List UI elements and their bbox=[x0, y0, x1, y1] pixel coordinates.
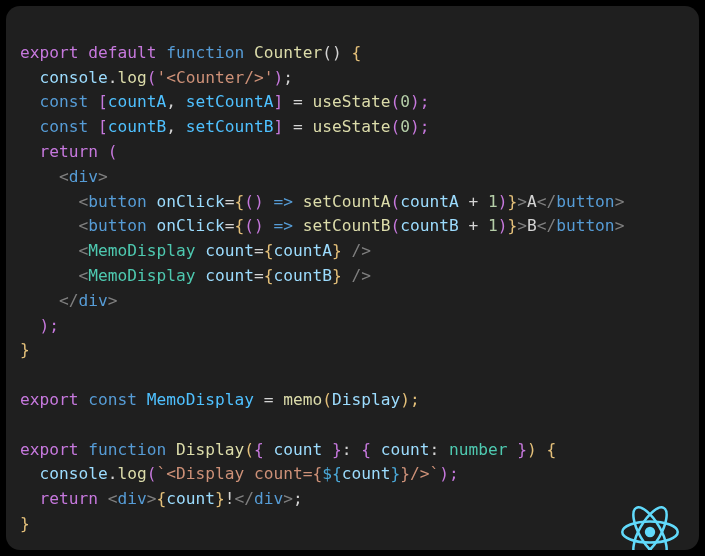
code-line-2: console.log('<Counter/>'); bbox=[20, 68, 293, 87]
code-line-5: return ( bbox=[20, 142, 117, 161]
code-line-10: <MemoDisplay count={countB} /> bbox=[20, 266, 371, 285]
code-line-18: console.log(`<Display count={${count}}/>… bbox=[20, 464, 459, 483]
code-line-12: ); bbox=[20, 316, 59, 335]
code-line-15: export const MemoDisplay = memo(Display)… bbox=[20, 390, 420, 409]
code-line-6: <div> bbox=[20, 167, 108, 186]
svg-point-0 bbox=[645, 527, 655, 537]
code-line-20: } bbox=[20, 514, 30, 533]
code-line-7: <button onClick={() => setCountA(countA … bbox=[20, 192, 624, 211]
code-line-blank bbox=[20, 365, 30, 384]
code-line-1: export default function Counter() { bbox=[20, 43, 361, 62]
react-logo-icon bbox=[621, 478, 679, 536]
code-line-blank-2 bbox=[20, 415, 30, 434]
code-line-9: <MemoDisplay count={countA} /> bbox=[20, 241, 371, 260]
code-line-17: export function Display({ count }: { cou… bbox=[20, 440, 556, 459]
code-line-3: const [countA, setCountA] = useState(0); bbox=[20, 92, 429, 111]
code-line-4: const [countB, setCountB] = useState(0); bbox=[20, 117, 429, 136]
code-editor-panel: export default function Counter() { cons… bbox=[6, 6, 699, 550]
code-line-11: </div> bbox=[20, 291, 117, 310]
screenshot-frame: export default function Counter() { cons… bbox=[0, 0, 705, 556]
code-line-19: return <div>{count}!</div>; bbox=[20, 489, 303, 508]
code-line-13: } bbox=[20, 340, 30, 359]
code-line-8: <button onClick={() => setCountB(countB … bbox=[20, 216, 624, 235]
